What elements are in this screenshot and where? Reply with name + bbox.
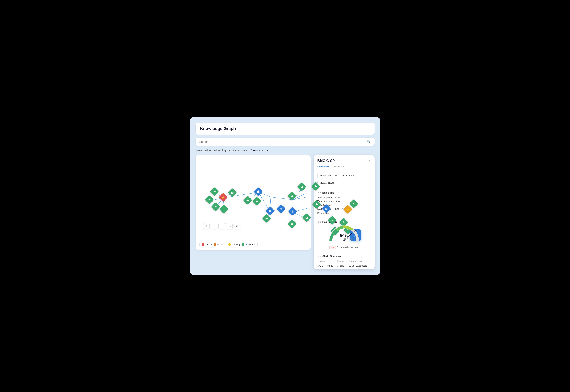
node-icon: 🏔 xyxy=(291,195,293,197)
node-icon: ▦ xyxy=(291,210,294,213)
app-container: Knowledge Graph 🔍 Power Plant / Blooming… xyxy=(190,117,380,275)
node-icon: 👁 xyxy=(213,190,216,193)
legend-moderate: Moderate xyxy=(214,243,226,246)
alert-row: A1 BFP Pump Critical 09-Jul-2023 03:31 xyxy=(318,263,371,268)
gauge-percent: 64% xyxy=(336,233,352,238)
svg-line-11 xyxy=(293,188,307,200)
node-green-7[interactable]: 🏔 xyxy=(252,196,261,206)
search-input[interactable] xyxy=(199,140,367,143)
node-icon: 👁 xyxy=(208,198,211,201)
alerts-title: Alerts Summary xyxy=(318,255,371,257)
node-icon: 🏔 xyxy=(246,199,249,202)
alert-name: A1 BFP Pump xyxy=(318,263,336,268)
alert-time: 09-Jul-2023 03:31 xyxy=(348,263,371,268)
view-analytics-button[interactable]: View Analytics xyxy=(318,180,337,186)
node-icon: 🏔 xyxy=(291,223,293,225)
col-severity: Severity xyxy=(336,259,348,263)
node-icon: ▦ xyxy=(325,207,328,210)
node-icon: ▦ xyxy=(280,207,282,210)
node-icon: ⚡ xyxy=(346,208,349,211)
node-green-2[interactable]: 👁 xyxy=(205,195,214,204)
critical-dot xyxy=(202,243,204,246)
moderate-dot xyxy=(214,243,216,246)
alerts-table: Name Severity Created Time A1 BFP Pump C… xyxy=(318,259,371,268)
gauge-labels: 0 100 xyxy=(329,242,359,245)
node-icon: 👁 xyxy=(352,202,355,205)
node-icon: ⚡ xyxy=(222,196,225,199)
tab-summary[interactable]: Summary xyxy=(318,165,329,170)
graph-canvas: ⚡ 👁 👁 👁 👁 🏔 xyxy=(199,159,307,241)
basic-info-title: Basic Info xyxy=(318,191,371,194)
node-icon: 🏔 xyxy=(231,191,234,194)
normal-square xyxy=(242,243,244,246)
node-icon: 🏔 xyxy=(265,217,268,220)
close-button[interactable]: ✕ xyxy=(368,159,371,163)
node-red[interactable]: ⚡ xyxy=(219,193,228,202)
view-alerts-button[interactable]: View Alerts xyxy=(340,173,357,179)
col-name: Name xyxy=(318,259,336,263)
graph-panel: ⚡ 👁 👁 👁 👁 🏔 xyxy=(196,155,311,250)
tab-documents[interactable]: Documents xyxy=(333,165,345,170)
panel-title: BMG G CP xyxy=(318,159,335,163)
legend-normal: Normal xyxy=(242,243,255,246)
reset-button[interactable]: ↺ xyxy=(234,223,240,229)
title-bar: Knowledge Graph xyxy=(196,123,375,135)
node-icon: 🏔 xyxy=(257,190,259,193)
alert-severity: Critical xyxy=(336,263,348,268)
node-icon: 👁 xyxy=(223,208,225,211)
health-score-section: Health Score xyxy=(318,221,371,249)
gauge-date: 06-09-2023 14:30 xyxy=(336,238,352,240)
node-blue-3[interactable]: ▦ xyxy=(276,204,285,213)
normal-blue xyxy=(245,244,247,245)
detail-panel: BMG G CP ✕ Summary Documents View Dashbo… xyxy=(314,155,375,269)
col-time: Created Time xyxy=(348,259,371,263)
node-green-12[interactable]: 🏔 xyxy=(302,213,311,222)
node-green-1[interactable]: 👁 xyxy=(210,187,219,196)
warning-dot xyxy=(228,243,231,246)
gauge-trend: ▼ 0 Compared to an hour xyxy=(329,246,358,249)
node-blue-2[interactable]: 🏔 xyxy=(265,206,274,215)
node-icon: 👁 xyxy=(214,206,217,208)
zoom-in-button[interactable]: + xyxy=(211,223,217,229)
node-blue-1[interactable]: 🏔 xyxy=(253,187,263,196)
trend-label: Compared to an hour xyxy=(337,246,358,249)
node-icon: 👁 xyxy=(342,221,345,224)
node-green-8[interactable]: 🏔 xyxy=(262,214,271,223)
node-icon: 🏔 xyxy=(269,209,271,212)
node-icon: 🏔 xyxy=(314,185,317,188)
node-green-9[interactable]: 🏔 xyxy=(297,182,306,191)
search-bar: 🔍 xyxy=(196,138,375,146)
zoom-out-button[interactable]: − xyxy=(219,223,225,229)
node-blue-4[interactable]: ▦ xyxy=(288,207,297,216)
filter-button[interactable]: ⚙ xyxy=(203,223,210,229)
view-dashboard-button[interactable]: View Dashboard xyxy=(318,173,339,179)
gauge-value: 64% 06-09-2023 14:30 xyxy=(336,233,352,240)
breadcrumb: Power Plant / Bloomington II / BMG Unit … xyxy=(196,149,375,152)
legend-critical: Critical xyxy=(202,243,212,246)
app-title: Knowledge Graph xyxy=(200,126,370,131)
gauge-container: 64% 06-09-2023 14:30 0 100 ▼ 0 Compared … xyxy=(318,225,371,249)
node-green-3[interactable]: 👁 xyxy=(211,202,220,211)
gauge-wrapper: 64% 06-09-2023 14:30 xyxy=(329,225,359,242)
search-icon: 🔍 xyxy=(367,140,371,143)
node-icon: 🏔 xyxy=(305,216,308,219)
fit-button[interactable]: ⛶ xyxy=(226,223,233,229)
node-green-11[interactable]: 🏔 xyxy=(287,191,296,201)
node-green-6[interactable]: 🏔 xyxy=(243,196,252,205)
action-buttons: View Dashboard View Alerts View Analytic… xyxy=(318,173,371,186)
node-icon: 👁 xyxy=(331,219,333,222)
alerts-summary-section: Alerts Summary Name Severity Created Tim… xyxy=(318,255,371,268)
node-green-13[interactable]: 🏔 xyxy=(287,219,296,228)
trend-badge: ▼ 0 xyxy=(329,246,336,249)
panel-tabs: Summary Documents xyxy=(318,165,371,170)
node-green-5[interactable]: 🏔 xyxy=(228,188,237,197)
main-layout: ⚡ 👁 👁 👁 👁 🏔 xyxy=(196,155,375,269)
node-icon: 🏔 xyxy=(255,200,258,203)
panel-header: BMG G CP ✕ xyxy=(318,159,371,163)
node-green-4[interactable]: 👁 xyxy=(219,205,228,214)
node-icon: 🏔 xyxy=(315,203,318,206)
node-icon: 🏔 xyxy=(300,185,303,188)
graph-legend: Critical Moderate Warning Normal xyxy=(199,242,258,247)
graph-controls: ⚙ + − ⛶ ↺ xyxy=(203,223,240,229)
legend-warning: Warning xyxy=(228,243,240,246)
